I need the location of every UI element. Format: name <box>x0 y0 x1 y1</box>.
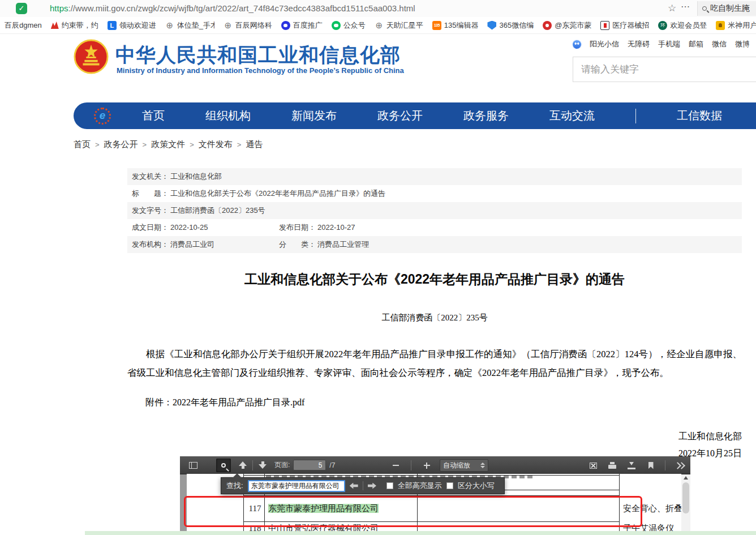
bookmark-favicon <box>543 21 552 30</box>
bookmark-item[interactable]: 天助汇星平 <box>375 20 423 31</box>
document-meta-table: 发文机关：工业和信息化部 标 题：工业和信息化部关于公布《2022年老年用品产品… <box>127 168 742 253</box>
pdf-prev-page-button[interactable] <box>235 459 250 472</box>
bookmark-item[interactable]: 135编辑器 <box>432 20 479 31</box>
article: 工业和信息化部关于公布《2022年老年用品产品推广目录》的通告 工信部消费函〔2… <box>127 260 742 462</box>
search-icon <box>221 463 226 468</box>
plus-icon <box>424 463 430 469</box>
nav-gov-services[interactable]: 政务服务 <box>463 108 509 123</box>
site-title: 中华人民共和国工业和信息化部 <box>115 42 401 69</box>
bookmark-item[interactable]: 约束带，约 <box>51 20 98 31</box>
site-header: 中华人民共和国工业和信息化部 Ministry of Industry and … <box>0 34 756 103</box>
browser-menu-icon[interactable]: ⋯ <box>681 1 690 12</box>
find-next-button[interactable] <box>368 483 376 489</box>
pdf-scrollbar[interactable] <box>681 474 690 535</box>
link-mail[interactable]: 邮箱 <box>689 39 703 49</box>
quick-search-box[interactable]: 吃自制生腌 <box>697 1 756 16</box>
bookmark-favicon <box>51 22 59 29</box>
highlight-all-checkbox[interactable] <box>386 482 393 489</box>
nav-interaction[interactable]: 互动交流 <box>549 108 595 123</box>
site-search-input[interactable] <box>573 57 756 82</box>
pdf-page-label: 页面: <box>274 460 290 470</box>
match-case-checkbox[interactable] <box>446 482 453 489</box>
meta-row-doc-number: 发文字号：工信部消费函〔2022〕235号 <box>127 202 742 219</box>
sidebar-icon <box>189 462 197 469</box>
bookmark-item[interactable]: 领动欢迎进 <box>108 20 156 31</box>
pdf-zoom-out-button[interactable] <box>388 459 403 472</box>
scrollbar-thumb[interactable] <box>682 482 689 513</box>
bottom-highlight-strip <box>85 531 756 535</box>
nav-news[interactable]: 新闻发布 <box>291 108 337 123</box>
nav-organization[interactable]: 组织机构 <box>205 108 251 123</box>
highlight-all-label: 全部高亮显示 <box>398 481 442 491</box>
bookmark-favicon <box>716 21 725 30</box>
pdf-page-total: /7 <box>329 461 335 469</box>
site-subtitle: Ministry of Industry and Information Tec… <box>117 66 404 75</box>
bookmark-item[interactable]: 百辰网络科 <box>224 20 272 31</box>
link-weibo[interactable]: 微博 <box>735 39 750 49</box>
breadcrumb-doc-release[interactable]: 文件发布 <box>199 139 233 150</box>
pdf-tools-button[interactable] <box>672 459 687 472</box>
bookmark-item[interactable]: 百辰dgmen <box>5 20 42 31</box>
article-paragraph: 根据《工业和信息化部办公厅关于组织开展2022年老年用品产品推广目录申报工作的通… <box>127 345 742 382</box>
pdf-zoom-select[interactable]: 自动缩放 <box>440 459 488 472</box>
breadcrumb-notice[interactable]: 通告 <box>246 139 263 150</box>
bookmark-favicon <box>658 21 667 30</box>
link-wechat[interactable]: 微信 <box>712 39 727 49</box>
download-icon <box>628 462 635 469</box>
breadcrumb-policy-docs[interactable]: 政策文件 <box>151 139 185 150</box>
pdf-download-button[interactable] <box>624 459 639 472</box>
security-shield-icon[interactable]: ✓ <box>16 3 27 14</box>
attachment-link[interactable]: 附件：2022年老年用品产品推广目录.pdf <box>127 397 742 409</box>
national-emblem-logo <box>74 38 109 75</box>
arrow-up-icon <box>239 461 247 469</box>
pdf-presentation-button[interactable] <box>586 459 600 472</box>
bookmark-favicon <box>487 21 496 30</box>
assistant-robot-icon[interactable] <box>573 40 581 49</box>
pdf-bookmark-button[interactable] <box>643 459 658 472</box>
meta-row-title: 标 题：工业和信息化部关于公布《2022年老年用品产品推广目录》的通告 <box>127 185 742 202</box>
bookmark-item[interactable]: 欢迎会员登 <box>658 20 707 31</box>
pdf-zoom-in-button[interactable] <box>419 459 434 472</box>
nav-miit-data[interactable]: 工信数据 <box>677 108 722 123</box>
meta-row-issuing-org: 发文机关：工业和信息化部 <box>127 168 742 185</box>
signature-org: 工业和信息化部 <box>127 428 742 445</box>
bookmark-favicon <box>332 21 341 30</box>
pdf-find-bar: 查找: 全部高亮显示 区分大小写 <box>221 477 505 494</box>
url-rest: ://www.miit.gov.cn/zwgk/zcwj/wjfb/tg/art… <box>68 3 415 13</box>
bookmark-item[interactable]: 米神用户登 <box>716 20 756 31</box>
breadcrumb-gov-disclosure[interactable]: 政务公开 <box>104 139 138 150</box>
find-previous-button[interactable] <box>350 483 358 489</box>
pdf-find-button[interactable] <box>216 459 231 472</box>
breadcrumb: 首页 > 政务公开 > 政策文件 > 文件发布 > 通告 <box>74 139 263 150</box>
bookmark-item[interactable]: 365微信编 <box>487 20 534 31</box>
bookmark-star-icon[interactable]: ☆ <box>668 2 676 14</box>
fullscreen-icon <box>590 463 597 469</box>
bookmark-favicon <box>165 21 174 30</box>
bookmark-item[interactable]: 公众号 <box>332 20 366 31</box>
pdf-page-input[interactable] <box>293 460 326 470</box>
pdf-next-page-button[interactable] <box>255 459 270 472</box>
article-title: 工业和信息化部关于公布《2022年老年用品产品推广目录》的通告 <box>127 271 742 288</box>
pdf-viewer: 页面: /7 自动缩放 117 <box>180 456 690 535</box>
meta-row-dates: 成文日期：2022-10-25发布日期：2022-10-27 <box>127 219 742 236</box>
bookmark-item[interactable]: @东莞市蒙 <box>543 20 591 31</box>
minus-icon <box>393 465 399 466</box>
url-text[interactable]: https://www.miit.gov.cn/zwgk/zcwj/wjfb/t… <box>50 0 415 17</box>
bookmark-item[interactable]: 百度推广 <box>281 20 323 31</box>
link-sunshine[interactable]: 阳光小信 <box>590 39 619 49</box>
pdf-toolbar: 页面: /7 自动缩放 <box>180 456 690 474</box>
link-accessibility[interactable]: 无障碍 <box>628 39 650 49</box>
find-input[interactable] <box>248 480 345 492</box>
nav-gov-disclosure[interactable]: 政务公开 <box>377 108 423 123</box>
red-annotation-rectangle <box>184 496 642 527</box>
bookmark-item[interactable]: 体位垫_手术 <box>165 20 214 31</box>
findbar-notch <box>233 473 242 478</box>
nav-home[interactable]: 首页 <box>142 108 165 123</box>
link-mobile[interactable]: 手机端 <box>658 39 680 49</box>
spinner-arrows-icon <box>480 463 485 468</box>
pdf-print-button[interactable] <box>605 459 620 472</box>
scroll-up-arrow-icon[interactable] <box>684 476 688 480</box>
breadcrumb-home[interactable]: 首页 <box>74 139 91 150</box>
bookmark-item[interactable]: 医疗器械招 <box>600 20 649 31</box>
pdf-sidebar-toggle-button[interactable] <box>186 459 200 472</box>
